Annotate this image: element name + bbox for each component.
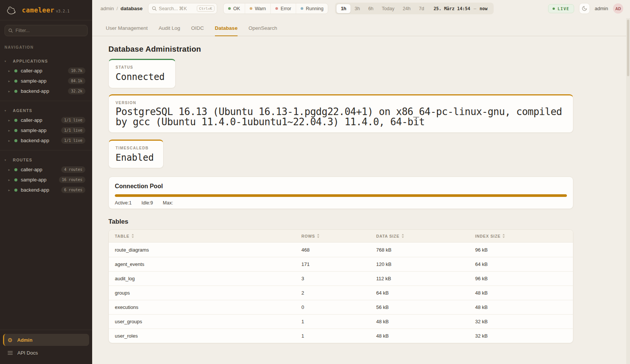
status-filter-ok[interactable]: OK xyxy=(224,3,245,14)
docs-icon xyxy=(8,351,13,355)
status-filter-error[interactable]: Error xyxy=(270,3,296,14)
sidebar-item-api-docs-label: API Docs xyxy=(17,350,38,356)
timescaledb-card-label: TIMESCALEDB xyxy=(116,146,156,150)
global-search[interactable]: Ctrl+K xyxy=(148,3,217,14)
sidebar-item-label: caller-app xyxy=(21,68,42,74)
status-filter-warn[interactable]: Warn xyxy=(245,3,270,14)
status-filter-running[interactable]: Running xyxy=(296,3,328,14)
table-row: audit_log3112 kB96 kB xyxy=(109,271,573,286)
filter-input[interactable] xyxy=(15,28,84,33)
app-name: cameleerv3.2.1 xyxy=(22,6,69,14)
chevron-right-icon: ▸ xyxy=(8,79,12,83)
sidebar-item-routes-sample-app[interactable]: ▸sample-app16 routes xyxy=(0,175,92,185)
pool-stat-label: Active: xyxy=(115,200,129,206)
app-name-text: cameleer xyxy=(22,6,54,14)
tab-user-management[interactable]: User Management xyxy=(106,25,148,36)
sidebar-item-api-docs[interactable]: API Docs xyxy=(3,347,89,359)
status-card-value: Connected xyxy=(116,72,168,82)
sidebar-item-agents-backend-app[interactable]: ▸backend-app1/1 live xyxy=(0,135,92,146)
sidebar-item-admin-label: Admin xyxy=(17,337,32,343)
table-row: executions056 kB48 kB xyxy=(109,300,573,314)
navigation-label: NAVIGATION xyxy=(5,45,88,49)
sidebar-item-applications-sample-app[interactable]: ▸sample-app84.1k xyxy=(0,76,92,86)
table-cell: 0 xyxy=(295,304,370,310)
live-badge[interactable]: LIVE xyxy=(548,4,574,13)
table-cell: 96 kB xyxy=(469,247,573,253)
column-header-label: DATA SIZE xyxy=(376,234,400,238)
table-cell: 112 kB xyxy=(370,276,469,281)
tab-audit-log[interactable]: Audit Log xyxy=(159,25,180,36)
sidebar-section-header-routes[interactable]: ▾ROUTES xyxy=(0,155,92,164)
sidebar-item-label: backend-app xyxy=(21,88,49,94)
sidebar-section-agents: ▾AGENTS▸caller-app1/1 live▸sample-app1/1… xyxy=(0,106,92,146)
chevron-right-icon: ▸ xyxy=(8,129,12,132)
sidebar-item-label: caller-app xyxy=(21,167,42,172)
sidebar-item-badge: 84.1k xyxy=(68,78,85,84)
status-filter-group: OKWarnErrorRunning xyxy=(223,3,329,14)
table-cell: 468 xyxy=(295,247,370,253)
sidebar-item-applications-caller-app[interactable]: ▸caller-app10.7k xyxy=(0,66,92,76)
sidebar-section-header-applications[interactable]: ▾APPLICATIONS xyxy=(0,57,92,66)
status-dot-icon xyxy=(14,80,17,83)
status-dot-icon xyxy=(275,7,278,10)
sidebar-item-agents-sample-app[interactable]: ▸sample-app1/1 live xyxy=(0,125,92,135)
sidebar-item-badge: 32.2k xyxy=(68,88,85,94)
search-input[interactable] xyxy=(159,6,195,11)
theme-toggle-button[interactable] xyxy=(579,3,590,14)
tab-oidc[interactable]: OIDC xyxy=(191,25,204,36)
status-dot-icon xyxy=(14,69,17,72)
sidebar-item-applications-backend-app[interactable]: ▸backend-app32.2k xyxy=(0,86,92,96)
vertical-scrollbar[interactable] xyxy=(626,18,630,364)
camel-logo-icon xyxy=(5,5,18,15)
time-from: 25. März 14:54 xyxy=(434,6,470,11)
time-display[interactable]: 25. März 14:54 — now xyxy=(434,6,488,11)
breadcrumb-current: database xyxy=(120,6,143,11)
table-cell: 768 kB xyxy=(370,247,469,253)
time-range-6h[interactable]: 6h xyxy=(364,4,378,13)
sidebar-item-admin[interactable]: ⚙ Admin xyxy=(3,334,89,346)
column-header-table[interactable]: TABLE xyxy=(109,234,295,238)
time-range-1h[interactable]: 1h xyxy=(337,4,351,13)
moon-icon xyxy=(582,6,587,11)
connection-pool-card: Connection Pool Active:1Idle:9Max: xyxy=(108,177,573,209)
time-range-24h[interactable]: 24h xyxy=(398,4,415,13)
sidebar-item-badge: 6 routes xyxy=(61,187,85,193)
chevron-down-icon: ▾ xyxy=(5,60,8,63)
pool-stat-max: Max: xyxy=(163,200,173,206)
sidebar-item-label: sample-app xyxy=(21,177,46,183)
pool-stat-label: Max: xyxy=(163,200,173,206)
column-header-data-size[interactable]: DATA SIZE xyxy=(370,234,469,238)
sidebar-item-label: caller-app xyxy=(21,117,42,123)
user-name: admin xyxy=(595,6,608,11)
tab-database[interactable]: Database xyxy=(215,25,238,36)
table-row: user_roles148 kB32 kB xyxy=(109,329,573,343)
sidebar-item-agents-caller-app[interactable]: ▸caller-app1/1 live xyxy=(0,115,92,125)
sidebar-nav: ▾APPLICATIONS▸caller-app10.7k▸sample-app… xyxy=(0,52,92,195)
status-dot-icon xyxy=(14,168,17,171)
scrollbar-thumb[interactable] xyxy=(627,20,629,76)
tab-opensearch[interactable]: OpenSearch xyxy=(249,25,277,36)
column-header-rows[interactable]: ROWS xyxy=(295,234,370,238)
timescaledb-card: TIMESCALEDB Enabled xyxy=(108,140,164,168)
status-card: STATUS Connected xyxy=(108,59,176,88)
sidebar-item-routes-backend-app[interactable]: ▸backend-app6 routes xyxy=(0,185,92,195)
table-cell: 96 kB xyxy=(469,276,573,281)
sidebar-item-routes-caller-app[interactable]: ▸caller-app4 routes xyxy=(0,164,92,175)
breadcrumb-admin[interactable]: admin xyxy=(100,6,114,11)
app-logo[interactable]: cameleerv3.2.1 xyxy=(0,0,92,20)
top-bar-right: LIVE admin AD xyxy=(548,3,623,14)
table-cell: groups xyxy=(109,290,295,296)
status-dot-icon xyxy=(228,7,231,10)
time-range-today[interactable]: Today xyxy=(378,4,398,13)
tables-table: TABLEROWSDATA SIZEINDEX SIZE route_diagr… xyxy=(108,229,573,343)
sort-icon xyxy=(317,234,320,238)
sidebar-section-header-agents[interactable]: ▾AGENTS xyxy=(0,106,92,115)
avatar[interactable]: AD xyxy=(613,3,623,14)
column-header-index-size[interactable]: INDEX SIZE xyxy=(469,234,573,238)
sidebar-section-label: APPLICATIONS xyxy=(13,59,48,63)
main-area: admin / database Ctrl+K OKWarnErrorRunni… xyxy=(92,0,630,364)
column-header-label: TABLE xyxy=(115,234,130,238)
time-range-7d[interactable]: 7d xyxy=(415,4,428,13)
sidebar-item-badge: 4 routes xyxy=(61,166,85,173)
time-range-3h[interactable]: 3h xyxy=(351,4,364,13)
